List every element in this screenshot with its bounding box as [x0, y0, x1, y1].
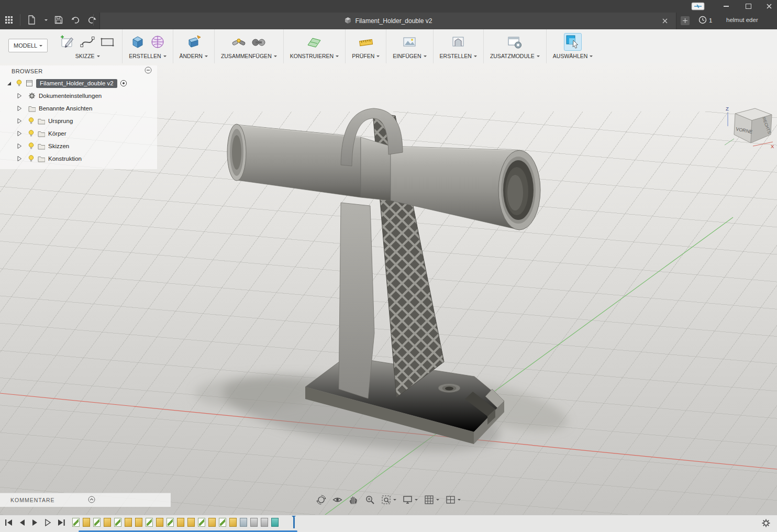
canvas-icon[interactable] — [401, 34, 418, 50]
toolbar-group-aendern-menu[interactable]: ÄNDERN — [180, 53, 208, 59]
document-tab[interactable]: Filament_Holder_double v2 — [99, 13, 676, 29]
box-icon[interactable] — [129, 34, 146, 50]
timeline-settings-gear-icon[interactable] — [761, 518, 771, 530]
undo-icon[interactable] — [70, 14, 81, 26]
viewports-menu-caret[interactable] — [458, 499, 461, 502]
window-close-icon[interactable] — [764, 3, 774, 10]
viewports-icon[interactable] — [443, 493, 463, 506]
browser-root-label[interactable]: Filament_Holder_double v2 — [36, 79, 117, 88]
play-button[interactable] — [30, 517, 40, 528]
press-pull-icon[interactable] — [185, 34, 202, 50]
as-built-joint-icon[interactable] — [250, 34, 267, 50]
create-sketch-icon[interactable] — [59, 34, 76, 50]
timeline-feature[interactable] — [240, 518, 247, 527]
comments-expand-icon[interactable] — [88, 496, 165, 504]
view-cube[interactable]: Z X VORNE RECHTS — [718, 94, 777, 152]
expand-arrow-icon[interactable] — [16, 117, 23, 125]
timeline-feature[interactable] — [250, 518, 258, 527]
timeline-feature[interactable] — [167, 518, 174, 527]
model-left-tube[interactable] — [227, 124, 361, 197]
timeline-feature[interactable] — [208, 518, 216, 527]
expand-arrow-icon[interactable] — [16, 155, 23, 162]
expand-arrow-icon[interactable] — [16, 105, 23, 112]
toolbar-group-konstruieren-menu[interactable]: KONSTRUIEREN — [290, 53, 339, 59]
next-feature-button[interactable] — [43, 517, 53, 528]
save-icon[interactable] — [53, 14, 64, 26]
comments-panel[interactable]: KOMMENTARE — [0, 493, 171, 507]
toolbar-group-einfuegen-menu[interactable]: EINFÜGEN — [393, 53, 426, 59]
toolbar-group-erstellen-menu[interactable]: ERSTELLEN — [129, 53, 166, 59]
display-settings-icon[interactable] — [401, 493, 420, 506]
timeline-feature[interactable] — [219, 518, 226, 527]
pan-icon[interactable] — [347, 493, 361, 506]
browser-item-ursprung[interactable]: Ursprung — [0, 115, 157, 127]
timeline-feature[interactable] — [198, 518, 205, 527]
grid-menu-caret[interactable] — [436, 499, 439, 502]
app-switch-icon[interactable] — [690, 3, 706, 10]
browser-collapse-icon[interactable] — [145, 66, 152, 76]
timeline-position-marker[interactable] — [293, 517, 295, 528]
file-icon[interactable] — [26, 14, 37, 26]
timeline-feature[interactable] — [156, 518, 163, 527]
grid-settings-icon[interactable] — [422, 493, 441, 506]
timeline-feature[interactable] — [229, 518, 237, 527]
timeline-feature[interactable] — [261, 518, 268, 527]
browser-item-benannte-ansichten[interactable]: Benannte Ansichten — [0, 102, 157, 115]
expand-arrow-icon[interactable] — [16, 142, 23, 150]
addins-icon[interactable] — [506, 34, 523, 50]
timeline-feature[interactable] — [83, 518, 90, 527]
close-tab-icon[interactable] — [661, 17, 669, 25]
timeline-feature[interactable] — [146, 518, 153, 527]
previous-feature-button[interactable] — [17, 517, 27, 528]
toolbar-group-erstellen2-menu[interactable]: ERSTELLEN — [440, 53, 477, 59]
expand-caret-icon[interactable] — [7, 82, 11, 85]
look-at-icon[interactable] — [330, 493, 345, 506]
view-cube-body[interactable]: VORNE RECHTS — [734, 108, 772, 143]
expand-arrow-icon[interactable] — [16, 130, 23, 137]
make-icon[interactable] — [450, 34, 467, 50]
display-menu-caret[interactable] — [415, 499, 418, 502]
bulb-icon[interactable] — [15, 80, 23, 87]
username[interactable]: helmut eder — [726, 17, 758, 23]
fit-menu-caret[interactable] — [393, 499, 396, 502]
browser-item-koerper[interactable]: Körper — [0, 127, 157, 140]
select-icon[interactable] — [564, 34, 581, 50]
construction-plane-icon[interactable] — [306, 34, 323, 50]
timeline-feature[interactable] — [187, 518, 195, 527]
model-arm[interactable] — [339, 203, 374, 398]
clock-icon[interactable] — [698, 16, 707, 25]
go-to-start-button[interactable] — [4, 517, 14, 528]
workspace-menu-button[interactable]: MODELL — [8, 39, 48, 52]
timeline-feature[interactable] — [93, 518, 101, 527]
timeline-feature[interactable] — [177, 518, 184, 527]
orbit-icon[interactable] — [314, 493, 328, 506]
toolbar-group-skizze-menu[interactable]: SKIZZE — [75, 53, 100, 59]
timeline-feature[interactable] — [104, 518, 111, 527]
measure-icon[interactable] — [358, 34, 374, 50]
browser-item-skizzen[interactable]: Skizzen — [0, 140, 157, 152]
spline-icon[interactable] — [79, 34, 96, 50]
apps-grid-icon[interactable] — [3, 14, 15, 26]
bulb-icon[interactable] — [27, 117, 35, 125]
form-sphere-icon[interactable] — [149, 34, 166, 50]
browser-root-row[interactable]: Filament_Holder_double v2 — [0, 77, 157, 90]
timeline-feature[interactable] — [125, 518, 132, 527]
timeline-feature[interactable] — [114, 518, 121, 527]
new-tab-button[interactable] — [681, 16, 690, 25]
toolbar-group-pruefen-menu[interactable]: PRÜFEN — [352, 53, 380, 59]
zoom-icon[interactable] — [363, 493, 377, 506]
redo-icon[interactable] — [86, 14, 98, 26]
timeline-feature[interactable] — [135, 518, 142, 527]
browser-item-konstruktion[interactable]: Konstruktion — [0, 152, 157, 165]
go-to-end-button[interactable] — [57, 517, 66, 528]
bulb-icon[interactable] — [27, 155, 35, 162]
sketch-rectangle-icon[interactable] — [99, 34, 116, 50]
fit-icon[interactable] — [379, 493, 398, 506]
bulb-icon[interactable] — [27, 142, 35, 150]
toolbar-group-auswaehlen-menu[interactable]: AUSWÄHLEN — [553, 53, 593, 59]
ground-target-icon[interactable] — [120, 80, 127, 87]
timeline-feature[interactable] — [72, 518, 80, 527]
bulb-icon[interactable] — [27, 130, 35, 137]
viewport-3d[interactable]: BROWSER Filament_Holder_double v2 — [0, 63, 777, 515]
file-menu-caret[interactable] — [45, 19, 48, 23]
